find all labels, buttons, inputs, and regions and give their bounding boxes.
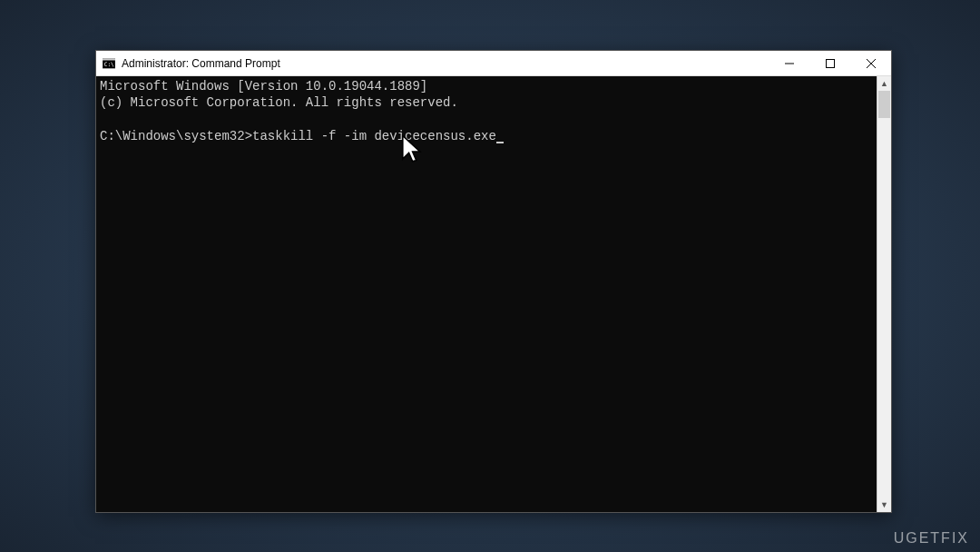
cmd-icon: C:\ [102,56,116,71]
console-prompt: C:\Windows\system32> [100,129,252,143]
close-button[interactable] [850,51,891,75]
window-controls [769,51,891,75]
watermark-text: UGETFIX [894,530,969,547]
window-titlebar[interactable]: C:\ Administrator: Command Prompt [96,51,891,76]
console-line: (c) Microsoft Corporation. All rights re… [100,95,458,110]
console-output[interactable]: Microsoft Windows [Version 10.0.19044.18… [96,76,877,512]
scroll-up-button[interactable]: ▲ [877,76,891,91]
text-cursor [496,142,504,143]
console-container: Microsoft Windows [Version 10.0.19044.18… [96,76,891,512]
scroll-down-button[interactable]: ▼ [877,498,891,512]
minimize-button[interactable] [769,51,809,75]
window-title: Administrator: Command Prompt [122,57,769,70]
svg-rect-4 [826,59,834,67]
scroll-thumb[interactable] [878,91,890,118]
maximize-button[interactable] [809,51,850,75]
command-prompt-window: C:\ Administrator: Command Prompt Micros… [95,50,892,513]
console-line: Microsoft Windows [Version 10.0.19044.18… [100,79,427,94]
vertical-scrollbar[interactable]: ▲ ▼ [877,76,891,512]
svg-text:C:\: C:\ [104,60,114,66]
console-command: taskkill -f -im devicecensus.exe [252,129,496,143]
